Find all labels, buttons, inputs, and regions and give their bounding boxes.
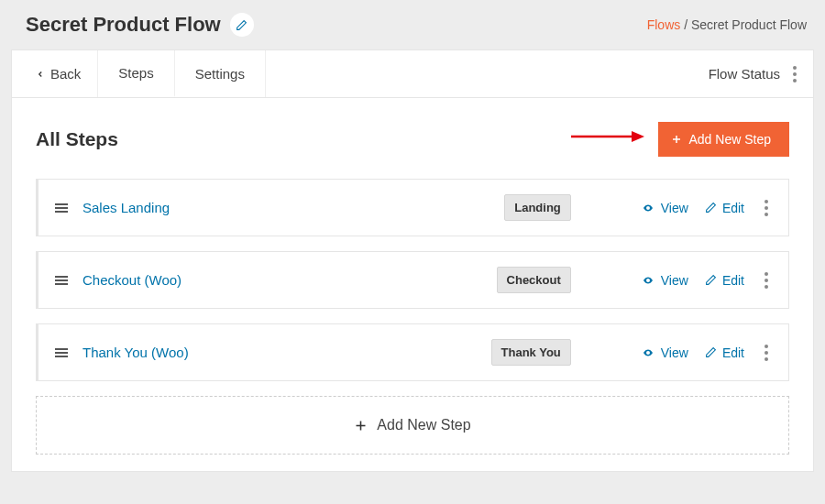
dot-icon	[764, 357, 768, 361]
step-row: Checkout (Woo)CheckoutViewEdit	[36, 251, 789, 309]
view-button[interactable]: View	[641, 201, 688, 215]
breadcrumb-current: Secret Product Flow	[691, 17, 807, 32]
eye-icon	[641, 275, 655, 286]
tab-steps-label: Steps	[118, 65, 153, 81]
view-label: View	[661, 345, 688, 360]
add-step-row-label: Add New Step	[377, 417, 470, 433]
back-tab[interactable]: Back	[12, 50, 98, 97]
eye-icon	[641, 203, 655, 214]
dot-icon	[764, 200, 768, 203]
pencil-icon	[705, 346, 717, 358]
view-button[interactable]: View	[641, 345, 688, 360]
page-title: Secret Product Flow	[26, 13, 221, 37]
step-more-button[interactable]	[761, 341, 772, 365]
add-new-step-label: Add New Step	[689, 132, 772, 147]
all-steps-heading: All Steps	[36, 128, 118, 150]
chevron-left-icon	[36, 69, 45, 80]
step-more-button[interactable]	[761, 196, 772, 220]
tab-steps[interactable]: Steps	[98, 50, 174, 97]
tabbar: Back Steps Settings Flow Status	[11, 49, 814, 98]
edit-button[interactable]: Edit	[705, 273, 744, 288]
edit-label: Edit	[722, 345, 744, 360]
plus-icon	[671, 134, 682, 145]
svg-marker-1	[632, 131, 644, 142]
view-label: View	[661, 273, 688, 288]
breadcrumb: Flows / Secret Product Flow	[647, 17, 807, 32]
step-type-badge: Checkout	[497, 267, 571, 293]
step-type-badge: Thank You	[491, 339, 571, 366]
dot-icon	[793, 72, 797, 76]
add-step-row[interactable]: Add New Step	[36, 396, 789, 455]
dot-icon	[764, 279, 768, 282]
breadcrumb-root[interactable]: Flows	[647, 17, 681, 32]
view-button[interactable]: View	[641, 273, 688, 288]
step-row: Thank You (Woo)Thank YouViewEdit	[36, 323, 789, 381]
step-name-link[interactable]: Sales Landing	[82, 200, 170, 215]
step-name-link[interactable]: Checkout (Woo)	[82, 272, 182, 288]
drag-handle-icon[interactable]	[55, 203, 68, 213]
step-more-button[interactable]	[761, 268, 772, 292]
svg-point-6	[647, 352, 649, 354]
eye-icon	[641, 347, 655, 358]
view-label: View	[661, 201, 688, 215]
edit-title-button[interactable]	[230, 13, 254, 37]
step-name-link[interactable]: Thank You (Woo)	[82, 345, 189, 360]
add-new-step-button[interactable]: Add New Step	[658, 122, 790, 157]
breadcrumb-sep: /	[680, 17, 691, 32]
edit-button[interactable]: Edit	[705, 345, 744, 360]
dot-icon	[764, 213, 768, 216]
tab-settings[interactable]: Settings	[175, 50, 266, 97]
pencil-icon	[236, 19, 248, 31]
dot-icon	[764, 345, 768, 348]
edit-button[interactable]: Edit	[705, 201, 744, 215]
plus-icon	[354, 419, 368, 433]
svg-point-5	[647, 279, 649, 281]
flow-more-button[interactable]	[789, 62, 800, 86]
step-type-badge: Landing	[504, 194, 571, 221]
drag-handle-icon[interactable]	[55, 348, 68, 357]
dot-icon	[764, 285, 768, 289]
pencil-icon	[705, 202, 717, 214]
edit-label: Edit	[722, 201, 744, 215]
dot-icon	[764, 272, 768, 276]
dot-icon	[793, 66, 797, 70]
dot-icon	[764, 206, 768, 210]
flow-status-button[interactable]: Flow Status	[709, 66, 780, 82]
edit-label: Edit	[722, 273, 744, 288]
dot-icon	[793, 79, 797, 82]
dot-icon	[764, 351, 768, 355]
svg-point-4	[647, 207, 649, 209]
back-label: Back	[50, 66, 81, 82]
tab-settings-label: Settings	[195, 66, 245, 82]
step-row: Sales LandingLandingViewEdit	[36, 179, 789, 236]
drag-handle-icon[interactable]	[55, 276, 68, 285]
pencil-icon	[705, 274, 717, 286]
annotation-arrow-icon	[571, 127, 644, 146]
